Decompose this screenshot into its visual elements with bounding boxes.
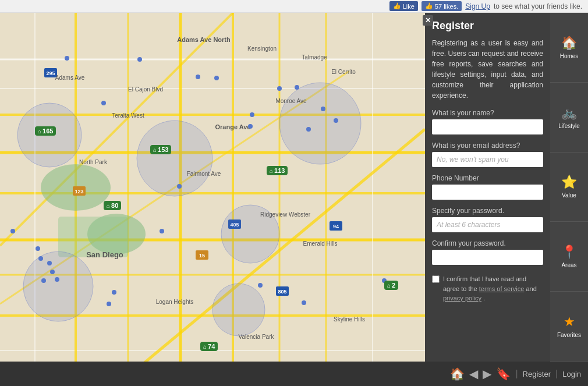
- map-background: 295 405 94 123 15 805 Adams Ave North Ke…: [0, 13, 425, 386]
- back-icon[interactable]: ◀: [469, 367, 478, 381]
- value-label: Value: [562, 192, 576, 199]
- svg-text:Emerald Hills: Emerald Hills: [303, 240, 338, 247]
- svg-text:295: 295: [46, 70, 55, 76]
- map-pin-80[interactable]: 80: [104, 201, 121, 210]
- svg-text:Logan Heights: Logan Heights: [156, 299, 194, 305]
- confirm-password-input[interactable]: [432, 250, 543, 265]
- password-input[interactable]: [432, 217, 543, 232]
- fb-like-button[interactable]: 👍 Like: [389, 1, 418, 11]
- lifestyle-icon: 🚲: [561, 105, 577, 121]
- right-sidebar: 🏠 Homes 🚲 Lifestyle ⭐ Value 📍 Areas ★ Fa…: [550, 13, 588, 362]
- map-pin-113[interactable]: 113: [267, 166, 288, 175]
- email-input[interactable]: [432, 152, 543, 167]
- svg-point-66: [334, 118, 338, 123]
- homes-icon: 🏠: [561, 36, 577, 51]
- svg-point-62: [214, 76, 219, 80]
- signup-link[interactable]: Sign Up: [465, 2, 490, 10]
- sidebar-item-lifestyle[interactable]: 🚲 Lifestyle: [550, 83, 588, 153]
- svg-text:North Park: North Park: [79, 159, 108, 165]
- map-pin-74[interactable]: 74: [200, 342, 218, 351]
- login-link[interactable]: Login: [562, 370, 581, 378]
- terms-period: .: [483, 295, 485, 302]
- svg-point-78: [47, 261, 52, 265]
- bottom-divider2: |: [555, 369, 558, 379]
- register-link[interactable]: Register: [523, 370, 551, 378]
- sidebar-item-areas[interactable]: 📍 Areas: [550, 222, 588, 292]
- phone-label: Phone Number: [432, 174, 543, 182]
- phone-input[interactable]: [432, 185, 543, 200]
- register-title: Register: [432, 20, 543, 32]
- fb-thumb-icon2: 👍: [425, 2, 433, 10]
- value-icon: ⭐: [561, 175, 577, 190]
- svg-text:El Cerrito: El Cerrito: [331, 69, 356, 75]
- signup-suffix: to see what your friends like.: [494, 2, 582, 10]
- svg-point-81: [41, 278, 46, 283]
- svg-text:94: 94: [333, 224, 339, 229]
- svg-text:Valencia Park: Valencia Park: [239, 334, 275, 340]
- sidebar-item-favorites[interactable]: ★ Favorites: [550, 292, 588, 362]
- svg-text:123: 123: [75, 189, 83, 194]
- svg-text:Kensington: Kensington: [247, 45, 277, 52]
- svg-point-63: [277, 86, 282, 91]
- map-area[interactable]: 295 405 94 123 15 805 Adams Ave North Ke…: [0, 13, 425, 386]
- svg-point-38: [279, 83, 361, 164]
- home-bottom-icon[interactable]: 🏠: [450, 367, 465, 381]
- svg-point-77: [38, 256, 43, 261]
- svg-text:Adams Ave North: Adams Ave North: [177, 36, 231, 43]
- svg-point-71: [10, 229, 15, 233]
- svg-point-72: [177, 184, 182, 189]
- areas-label: Areas: [561, 262, 576, 268]
- terms-text: I confirm that I have read and agree to …: [443, 274, 543, 303]
- svg-point-75: [302, 300, 306, 305]
- svg-text:Orange Ave: Orange Ave: [215, 123, 251, 130]
- svg-point-67: [306, 127, 311, 132]
- svg-text:805: 805: [278, 289, 286, 295]
- fb-count-button[interactable]: 👍 57 likes.: [421, 1, 462, 11]
- fb-thumb-icon: 👍: [393, 2, 401, 10]
- favorites-icon: ★: [564, 314, 575, 330]
- svg-point-61: [196, 75, 200, 79]
- svg-text:Skyline Hills: Skyline Hills: [334, 316, 365, 323]
- sidebar-item-value[interactable]: ⭐ Value: [550, 153, 588, 222]
- facebook-bar: 👍 Like 👍 57 likes. Sign Up to see what y…: [389, 1, 582, 11]
- sidebar-item-homes[interactable]: 🏠 Homes: [550, 13, 588, 83]
- terms-and: and: [526, 285, 536, 292]
- register-description: Registering as a user is easy and free. …: [432, 38, 543, 101]
- homes-label: Homes: [560, 53, 579, 59]
- forward-icon[interactable]: ▶: [483, 367, 491, 381]
- svg-point-73: [160, 229, 164, 233]
- svg-point-83: [107, 302, 111, 306]
- svg-text:Ridgeview Webster: Ridgeview Webster: [260, 211, 311, 218]
- privacy-policy-link[interactable]: privacy policy: [443, 295, 481, 302]
- svg-point-64: [295, 85, 299, 90]
- svg-point-59: [137, 57, 142, 62]
- svg-point-60: [65, 56, 69, 61]
- svg-point-76: [36, 246, 40, 251]
- close-panel-button[interactable]: ✕: [423, 15, 433, 26]
- terms-of-service-link[interactable]: terms of service: [479, 285, 525, 292]
- svg-point-40: [23, 252, 93, 321]
- svg-text:El Cajon Blvd: El Cajon Blvd: [128, 86, 163, 93]
- name-label: What is your name?: [432, 109, 543, 117]
- map-pin-2[interactable]: 2: [384, 281, 398, 290]
- name-input[interactable]: [432, 119, 543, 134]
- svg-text:15: 15: [199, 253, 205, 258]
- top-bar: 👍 Like 👍 57 likes. Sign Up to see what y…: [0, 0, 588, 13]
- terms-checkbox[interactable]: [432, 275, 440, 283]
- svg-point-82: [112, 290, 116, 295]
- favorites-label: Favorites: [557, 332, 581, 338]
- svg-point-41: [212, 284, 265, 336]
- svg-point-79: [50, 270, 55, 274]
- svg-text:Teralta West: Teralta West: [112, 112, 144, 119]
- svg-text:San Diego: San Diego: [86, 250, 123, 259]
- svg-text:Monroe Ave: Monroe Ave: [275, 98, 307, 104]
- areas-icon: 📍: [561, 245, 577, 260]
- map-pin-153[interactable]: 153: [150, 145, 171, 154]
- bookmark-icon[interactable]: 🔖: [496, 367, 511, 381]
- svg-text:Adams Ave: Adams Ave: [55, 75, 85, 81]
- terms-row: I confirm that I have read and agree to …: [432, 274, 543, 303]
- map-pin-165[interactable]: 165: [35, 126, 56, 136]
- register-panel: Register Registering as a user is easy a…: [425, 13, 550, 362]
- svg-point-74: [258, 283, 263, 288]
- svg-point-65: [321, 107, 325, 111]
